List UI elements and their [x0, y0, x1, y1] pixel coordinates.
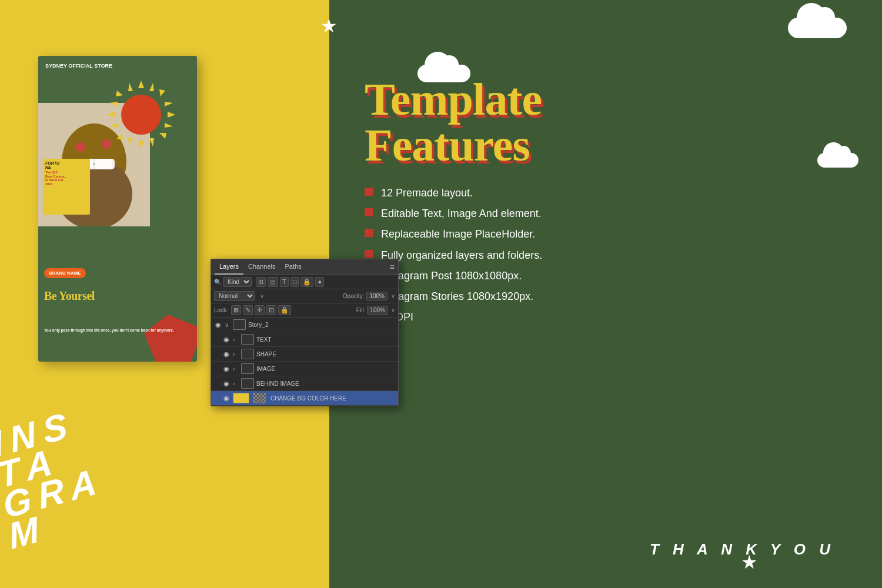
layer-arrow-icon[interactable]: ∨ [225, 322, 230, 328]
layer-eye-icon[interactable]: ◉ [222, 365, 230, 373]
bullet-2 [365, 208, 373, 216]
svg-marker-12 [109, 123, 118, 128]
svg-marker-6 [107, 112, 115, 118]
lock-brush-icon[interactable]: ✎ [243, 305, 253, 315]
svg-marker-10 [149, 138, 154, 146]
feature-item-1: 12 Premade layout. [365, 186, 847, 201]
layers-lock-row: Lock: ⊠ ✎ ✛ ⊡ 🔒 Fill: 100% ∨ [211, 303, 398, 318]
layer-thumb [241, 349, 254, 359]
right-panel: ★ Template Features 12 Premade layout. E… [329, 0, 882, 588]
svg-marker-15 [165, 102, 173, 106]
star-bottom: ★ [741, 551, 758, 573]
feature-item-2: Editable Text, Image And element. [365, 206, 847, 221]
feature-text-1: 12 Premade layout. [381, 186, 473, 201]
layer-thumb-yellow [233, 393, 249, 403]
effects-filter-icon[interactable]: ● [315, 277, 324, 287]
story-card: SYDNEY OFFICIAL STORE [38, 56, 197, 362]
type-filter-icon[interactable]: T [280, 277, 289, 287]
tab-channels[interactable]: Channels [243, 259, 280, 275]
feature-text-2: Editable Text, Image And element. [381, 206, 542, 221]
feature-text-5: Instagram Post 1080x1080px. [381, 269, 522, 283]
cloud-center [417, 65, 470, 82]
opacity-value: 100% [366, 292, 387, 300]
svg-marker-7 [116, 91, 123, 96]
layer-story2[interactable]: ◉ ∨ Story_2 [211, 318, 398, 332]
svg-marker-9 [165, 123, 173, 128]
fill-label: Fill: [356, 307, 366, 313]
shape-filter-icon[interactable]: □ [290, 277, 299, 287]
instagram-vertical-text: I N S T A G R A M [0, 406, 102, 553]
layer-name-shape: SHAPE [256, 351, 395, 358]
layers-panel: Layers Channels Paths ≡ 🔍 Kind ⊞ ◎ T □ 🔒… [211, 259, 399, 406]
layer-thumb [241, 378, 254, 389]
lock-all-icon[interactable]: 🔒 [278, 305, 291, 315]
features-list: 12 Premade layout. Editable Text, Image … [365, 186, 847, 325]
smart-filter-icon[interactable]: 🔒 [300, 277, 313, 287]
layer-arrow-icon[interactable]: › [233, 336, 239, 343]
feature-text-3: Replaceable Image PlaceHolder. [381, 227, 535, 242]
tab-layers[interactable]: Layers [215, 259, 243, 275]
layer-behind-image[interactable]: ◉ › BEHIND IMAGE [211, 376, 398, 391]
kind-select[interactable]: Kind [223, 277, 252, 287]
story-brand-label: SYDNEY OFFICIAL STORE [45, 63, 112, 70]
layer-arrow-icon[interactable]: › [233, 366, 239, 372]
svg-marker-0 [138, 81, 144, 88]
feature-item-4: Fully organized layers and folders. [365, 248, 847, 263]
svg-rect-22 [95, 159, 112, 169]
bullet-4 [365, 250, 373, 258]
layer-thumb [233, 319, 246, 330]
title-line1: Template [365, 76, 847, 122]
feature-item-3: Replaceable Image PlaceHolder. [365, 227, 847, 242]
magazine-sub: The 100Best Compa...to Work For2016 [45, 171, 88, 186]
svg-marker-14 [128, 83, 133, 91]
adjust-filter-icon[interactable]: ◎ [268, 277, 278, 287]
caption-text: You only pass through this life once, yo… [44, 328, 191, 333]
feature-text-4: Fully organized layers and folders. [381, 248, 542, 263]
tab-paths[interactable]: Paths [280, 259, 306, 275]
magazine-overlay: FORTUNE The 100Best Compa...to Work For2… [43, 159, 90, 215]
feature-text-6: Instagram Stories 1080x1920px. [381, 289, 533, 304]
layer-eye-icon[interactable]: ◉ [222, 395, 230, 402]
layers-panel-tabs: Layers Channels Paths ≡ [211, 259, 398, 275]
lock-label: Lock: [214, 307, 228, 313]
lock-move-icon[interactable]: ✛ [255, 305, 265, 315]
layer-arrow-icon[interactable]: › [233, 380, 239, 387]
svg-marker-4 [138, 141, 144, 149]
layers-search-row: 🔍 Kind ⊞ ◎ T □ 🔒 ● [211, 275, 398, 289]
layer-thumb [241, 363, 254, 374]
layer-eye-icon[interactable]: ◉ [222, 350, 230, 358]
fill-value: 100% [367, 306, 388, 315]
svg-marker-11 [128, 138, 133, 146]
layer-eye-icon[interactable]: ◉ [222, 380, 230, 387]
lock-artboard-icon[interactable]: ⊡ [266, 305, 276, 315]
layer-eye-icon[interactable]: ◉ [214, 321, 222, 329]
brand-name-badge: BRAND NAME [44, 268, 86, 278]
feature-item-7: 72 DPI [365, 310, 847, 325]
right-content: Template Features 12 Premade layout. Edi… [329, 0, 882, 354]
layer-image[interactable]: ◉ › IMAGE [211, 362, 398, 376]
svg-marker-3 [159, 133, 166, 139]
left-panel: ★ SYDNEY OFFICIAL STORE [0, 0, 329, 588]
title-line2: Features [365, 122, 847, 168]
filter-icons: ⊞ ◎ T □ 🔒 ● [256, 277, 324, 287]
layer-name-text: TEXT [256, 336, 395, 343]
be-yourself-text: Be Yoursel [44, 289, 191, 303]
layers-mode-row: Normal ∨ Opacity: 100% ∨ [211, 289, 398, 303]
blend-mode-select[interactable]: Normal [214, 291, 255, 301]
feature-item-5: Instagram Post 1080x1080px. [365, 269, 847, 283]
pixel-filter-icon[interactable]: ⊞ [256, 277, 266, 287]
layer-name-behind-image: BEHIND IMAGE [256, 380, 395, 387]
feature-item-6: Instagram Stories 1080x1920px. [365, 289, 847, 304]
cloud-top-right [788, 18, 847, 38]
layers-menu-icon[interactable]: ≡ [390, 262, 395, 272]
svg-marker-8 [149, 83, 154, 91]
opacity-label: Opacity: [343, 293, 365, 299]
layer-text[interactable]: ◉ › TEXT [211, 332, 398, 347]
lock-checker-icon[interactable]: ⊠ [231, 305, 241, 315]
layer-change-bg[interactable]: ◉ CHANGE BG COLOR HERE [211, 391, 398, 406]
layer-arrow-icon[interactable]: › [233, 351, 239, 358]
layer-name-story2: Story_2 [248, 322, 395, 328]
layer-eye-icon[interactable]: ◉ [222, 336, 230, 343]
layer-shape[interactable]: ◉ › SHAPE [211, 347, 398, 362]
svg-marker-1 [159, 89, 165, 96]
